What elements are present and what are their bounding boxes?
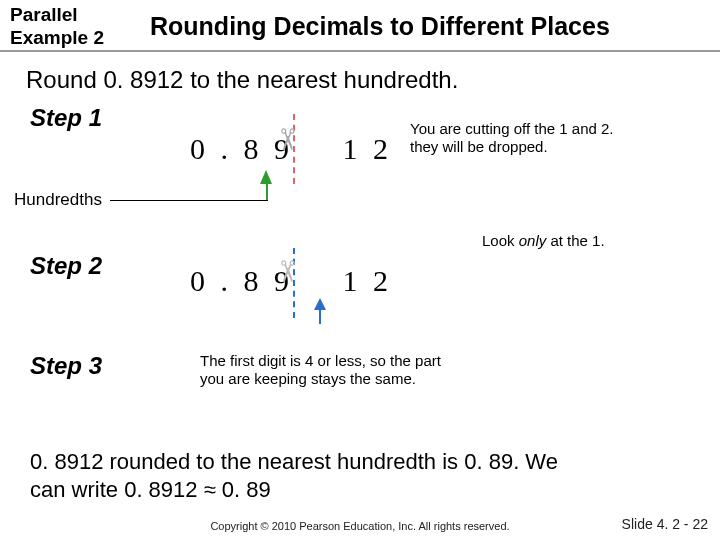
parallel-example-label: Parallel Example 2 [10,4,130,50]
footer-copyright: Copyright © 2010 Pearson Education, Inc.… [0,520,720,532]
step-2-num-drop: 1 2 [343,264,393,298]
parallel-line1: Parallel [10,4,130,27]
conclusion: 0. 8912 rounded to the nearest hundredth… [0,442,720,511]
step-1-note-line1: You are cutting off the 1 and 2. [410,120,700,138]
scissors-icon: ✂ [270,127,305,152]
conclusion-line2: can write 0. 8912 ≈ 0. 89 [30,476,690,505]
step-1-note-line2: they will be dropped. [410,138,700,156]
step-3-label: Step 3 [30,352,102,380]
header: Parallel Example 2 Rounding Decimals to … [0,0,720,52]
look-prefix: Look [482,232,519,249]
step-3-row: Step 3 The first digit is 4 or less, so … [0,352,720,442]
arrow-stem-icon [319,308,321,324]
step-1-row: Step 1 0 . 8 9 1 2 ✂ You are cutting off… [0,104,720,214]
look-suffix: at the 1. [546,232,604,249]
step-3-note: The first digit is 4 or less, so the par… [200,352,560,388]
step-2-look-note: Look only at the 1. [482,232,702,250]
step-2-label: Step 2 [30,252,102,280]
page-title: Rounding Decimals to Different Places [130,4,710,41]
look-only: only [519,232,547,249]
step-2-row: Look only at the 1. Step 2 0 . 8 9 1 2 ✂ [0,232,720,352]
step-1-note: You are cutting off the 1 and 2. they wi… [410,120,700,156]
hundredths-label: Hundredths [14,190,102,210]
parallel-line2: Example 2 [10,27,130,50]
step-1-num-drop: 1 2 [343,132,393,166]
arrow-stem-icon [266,182,268,200]
conclusion-line1: 0. 8912 rounded to the nearest hundredth… [30,448,690,477]
step-1-label: Step 1 [30,104,102,132]
instruction-text: Round 0. 8912 to the nearest hundredth. [0,52,720,104]
hundredths-pointer-line [110,200,268,201]
step-3-note-line2: you are keeping stays the same. [200,370,560,388]
footer-slide-number: Slide 4. 2 - 22 [622,516,708,532]
step-3-note-line1: The first digit is 4 or less, so the par… [200,352,560,370]
scissors-icon: ✂ [270,259,305,284]
